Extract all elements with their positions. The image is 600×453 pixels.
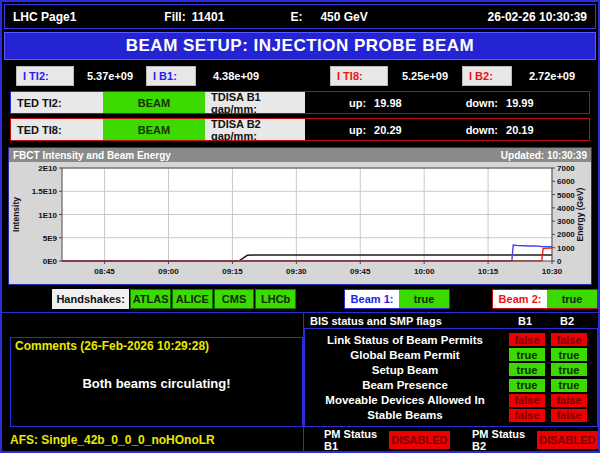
gap-up-label: up: xyxy=(349,97,366,109)
beam2-presence-box: Beam 2: true xyxy=(492,289,598,309)
bis-b1-status: false xyxy=(509,333,545,346)
page-mode-banner: BEAM SETUP: INJECTION PROBE BEAM xyxy=(4,32,596,60)
handshakes-row: Handshakes: ATLAS ALICE CMS LHCb Beam 1:… xyxy=(2,289,598,309)
handshake-alice: ALICE xyxy=(172,289,213,309)
beam1-value: true xyxy=(399,290,449,308)
bis-b2-status: true xyxy=(551,379,587,392)
energy-label: E: xyxy=(290,10,302,24)
chart-header: FBCT Intensity and Beam Energy Updated: … xyxy=(9,148,591,162)
bis-flags-box: Link Status of Beam Permits false false … xyxy=(304,328,598,427)
bis-row-stable-beams: Stable Beams false false xyxy=(305,409,597,422)
fbct-chart-panel: FBCT Intensity and Beam Energy Updated: … xyxy=(8,147,592,285)
svg-text:09:00: 09:00 xyxy=(158,267,179,276)
svg-text:09:15: 09:15 xyxy=(222,267,243,276)
bis-row-label: Beam Presence xyxy=(305,379,509,391)
bis-b2-status: false xyxy=(551,409,587,422)
bis-b2-status: true xyxy=(551,363,587,376)
svg-text:2000: 2000 xyxy=(557,230,575,239)
ti2-intensity-value: 5.37e+09 xyxy=(74,70,146,82)
svg-text:5E9: 5E9 xyxy=(43,234,58,243)
pm-b1-label: PM Status B1 xyxy=(324,428,381,452)
b1-intensity-value: 4.38e+09 xyxy=(196,70,276,82)
beam1-label: Beam 1: xyxy=(345,290,399,308)
bis-row-setup-beam: Setup Beam true true xyxy=(305,363,597,376)
bis-row-label: Setup Beam xyxy=(305,364,509,376)
pm-b2-label: PM Status B2 xyxy=(472,428,529,452)
bis-row-global-permit: Global Beam Permit true true xyxy=(305,348,597,361)
ted-ti8-row: TED TI8: BEAM TDISA B2 gap/mm: up: 20.29… xyxy=(10,118,590,141)
svg-text:7000: 7000 xyxy=(557,164,575,173)
bis-row-beam-presence: Beam Presence true true xyxy=(305,379,597,392)
svg-text:10:15: 10:15 xyxy=(478,267,499,276)
tdisa-b2-gaps: up: 20.29 down: 20.19 xyxy=(305,119,589,140)
gap-up-value: 20.29 xyxy=(374,124,402,136)
ti8-intensity-label: I TI8: xyxy=(330,66,388,86)
svg-text:6000: 6000 xyxy=(557,177,575,186)
svg-text:4000: 4000 xyxy=(557,204,575,213)
handshakes-label: Handshakes: xyxy=(52,289,129,309)
fbct-intensity-energy-chart: 08:4509:0009:1509:3009:4510:0010:1510:30… xyxy=(9,162,591,283)
svg-text:10:00: 10:00 xyxy=(414,267,435,276)
ti2-intensity-label: I TI2: xyxy=(16,66,74,86)
bis-b2-status: false xyxy=(551,333,587,346)
svg-text:Energy (GeV): Energy (GeV) xyxy=(575,187,585,241)
fill-label: Fill: xyxy=(164,10,185,24)
app-title: LHC Page1 xyxy=(13,10,76,24)
gap-down-label: down: xyxy=(466,97,498,109)
tdisa-b1-gaps: up: 19.98 down: 19.99 xyxy=(305,92,589,113)
bis-col-b1: B1 xyxy=(504,315,546,327)
bis-row-moveable-devices: Moveable Devices Allowed In false false xyxy=(305,394,597,407)
top-status-bar: LHC Page1 Fill: 11401 E: 450 GeV 26-02-2… xyxy=(4,4,596,29)
svg-text:2E10: 2E10 xyxy=(38,164,57,173)
svg-text:08:45: 08:45 xyxy=(94,267,115,276)
pm-status-row: PM Status B1 DISABLED PM Status B2 DISAB… xyxy=(304,427,598,452)
gap-down-value: 20.19 xyxy=(506,124,534,136)
gap-down-value: 19.99 xyxy=(506,97,534,109)
fill-value: 11401 xyxy=(192,10,225,24)
lhc-page1-vistar: LHC Page1 Fill: 11401 E: 450 GeV 26-02-2… xyxy=(0,0,600,453)
ted-ti8-status: BEAM xyxy=(103,119,205,140)
beam2-value: true xyxy=(547,290,597,308)
intensity-row: I TI2: 5.37e+09 I B1: 4.38e+09 I TI8: 5.… xyxy=(2,64,598,88)
bis-column: BIS status and SMP flags B1 B2 Link Stat… xyxy=(304,313,598,452)
ted-ti8-label: TED TI8: xyxy=(11,119,103,140)
bis-row-link-status: Link Status of Beam Permits false false xyxy=(305,333,597,346)
svg-text:5000: 5000 xyxy=(557,191,575,200)
tdisa-b1-label: TDISA B1 gap/mm: xyxy=(205,92,305,113)
handshake-atlas: ATLAS xyxy=(130,289,171,309)
comments-body: Both beams circulating! xyxy=(11,354,302,426)
svg-text:1000: 1000 xyxy=(557,244,575,253)
comments-column: Comments (26-Feb-2026 10:29:28) Both bea… xyxy=(2,313,303,452)
bis-col-b2: B2 xyxy=(546,315,588,327)
svg-text:Intensity: Intensity xyxy=(11,197,21,232)
bottom-section: Comments (26-Feb-2026 10:29:28) Both bea… xyxy=(2,312,598,452)
handshake-lhcb: LHCb xyxy=(255,289,296,309)
page-title: BEAM SETUP: INJECTION PROBE BEAM xyxy=(126,36,474,56)
beam1-presence-box: Beam 1: true xyxy=(344,289,450,309)
beam2-label: Beam 2: xyxy=(493,290,547,308)
svg-text:10:30: 10:30 xyxy=(542,267,563,276)
bis-b2-status: false xyxy=(551,394,587,407)
bis-b1-status: true xyxy=(509,363,545,376)
comments-title: Comments (26-Feb-2026 10:29:28) xyxy=(11,338,302,354)
gap-down-label: down: xyxy=(466,124,498,136)
afs-scheme-text: AFS: Single_42b_0_0_0_noHOnoLR xyxy=(2,427,303,452)
svg-text:09:30: 09:30 xyxy=(286,267,307,276)
bis-header: BIS status and SMP flags B1 B2 xyxy=(304,313,598,328)
tdisa-b2-label: TDISA B2 gap/mm: xyxy=(205,119,305,140)
datetime: 26-02-26 10:30:39 xyxy=(488,10,587,24)
svg-text:3000: 3000 xyxy=(557,217,575,226)
chart-title: FBCT Intensity and Beam Energy xyxy=(13,150,171,161)
gap-up-value: 19.98 xyxy=(374,97,402,109)
bis-title: BIS status and SMP flags xyxy=(310,315,504,327)
ted-ti2-label: TED TI2: xyxy=(11,92,103,113)
chart-updated: Updated: 10:30:39 xyxy=(501,150,587,161)
b2-intensity-value: 2.72e+09 xyxy=(512,70,592,82)
pm-b2-value: DISABLED xyxy=(537,431,598,449)
handshake-cms: CMS xyxy=(214,289,255,309)
bis-row-label: Link Status of Beam Permits xyxy=(305,334,509,346)
bis-b2-status: true xyxy=(551,348,587,361)
b2-intensity-label: I B2: xyxy=(462,66,512,86)
bis-row-label: Stable Beams xyxy=(305,409,509,421)
svg-text:09:45: 09:45 xyxy=(350,267,371,276)
